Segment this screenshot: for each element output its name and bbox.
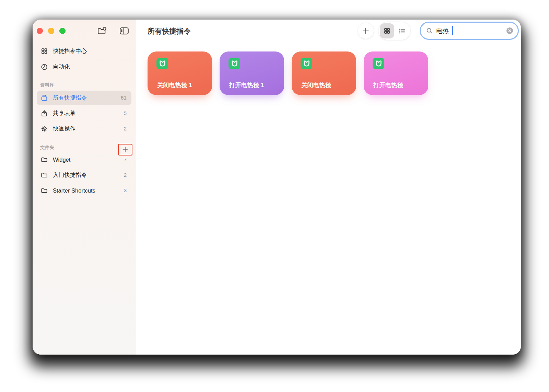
toggle-sidebar-button[interactable] — [118, 25, 130, 36]
main-content: 所有快捷指令 — [136, 20, 521, 355]
mijia-app-icon — [373, 58, 384, 69]
sidebar-item-folder-starter-shortcuts[interactable]: Starter Shortcuts 3 — [37, 183, 131, 198]
search-input[interactable]: 电热 — [420, 22, 519, 40]
mijia-app-icon — [229, 58, 240, 69]
grid-2x2-icon — [40, 47, 48, 55]
sidebar-item-label: 快速操作 — [53, 125, 119, 132]
search-query-text: 电热 — [436, 26, 449, 35]
list-view-icon — [398, 27, 406, 35]
page-title: 所有快捷指令 — [148, 26, 191, 36]
item-count: 2 — [124, 126, 127, 132]
plus-icon — [122, 146, 129, 153]
shortcut-card-open-blanket[interactable]: 打开电热毯 — [364, 51, 428, 95]
sidebar-item-label: 共享表单 — [53, 109, 119, 117]
zoom-window-button[interactable] — [59, 28, 66, 34]
folders-section-header: 文件夹 — [40, 145, 54, 151]
item-count: 5 — [124, 110, 127, 116]
sidebar-item-label: 快捷指令中心 — [53, 47, 127, 55]
shortcuts-grid: 关闭电热毯 1 打开电热毯 1 — [148, 51, 428, 95]
new-folder-button[interactable] — [96, 25, 108, 36]
gear-icon — [40, 125, 48, 133]
sidebar-item-label: Widget — [53, 157, 119, 163]
shortcut-name: 打开电热毯 1 — [229, 81, 264, 89]
sidebar-item-label: 所有快捷指令 — [53, 94, 116, 102]
shortcut-name: 关闭电热毯 1 — [157, 81, 192, 89]
sidebar-item-shortcuts-center[interactable]: 快捷指令中心 — [37, 44, 131, 58]
item-count: 7 — [124, 157, 127, 163]
sidebar-item-quick-actions[interactable]: 快速操作 2 — [37, 122, 131, 136]
clear-search-button[interactable] — [506, 27, 513, 34]
minimize-window-button[interactable] — [48, 28, 54, 34]
folder-icon — [40, 171, 48, 179]
shortcut-card-open-blanket-1[interactable]: 打开电热毯 1 — [220, 51, 284, 95]
item-count: 2 — [124, 172, 127, 178]
sidebar-toggle-icon — [119, 26, 129, 35]
item-count: 61 — [121, 95, 127, 101]
new-folder-icon — [97, 26, 107, 36]
shortcut-card-close-blanket-1[interactable]: 关闭电热毯 1 — [148, 51, 212, 95]
text-caret — [452, 26, 453, 35]
sidebar-item-label: Starter Shortcuts — [53, 187, 119, 194]
sidebar-item-label: 入门快捷指令 — [53, 171, 119, 179]
shortcut-name: 关闭电热毯 — [301, 81, 331, 89]
view-mode-segmented-control — [378, 22, 410, 40]
folder-icon — [40, 155, 48, 164]
sidebar-item-share-sheet[interactable]: 共享表单 5 — [37, 106, 131, 120]
grid-view-icon — [383, 27, 391, 35]
sidebar-item-all-shortcuts[interactable]: 所有快捷指令 61 — [37, 91, 131, 105]
sidebar-item-automation[interactable]: 自动化 — [37, 60, 131, 74]
window-controls — [37, 28, 66, 34]
sidebar-item-label: 自动化 — [53, 63, 127, 71]
mijia-app-icon — [301, 58, 312, 69]
grid-view-button[interactable] — [380, 23, 394, 38]
close-window-button[interactable] — [37, 28, 43, 34]
clear-icon — [506, 27, 513, 34]
list-view-button[interactable] — [395, 23, 409, 38]
item-count: 3 — [124, 187, 127, 194]
shortcut-name: 打开电热毯 — [373, 81, 404, 89]
search-icon — [426, 27, 433, 34]
shortcut-card-close-blanket[interactable]: 关闭电热毯 — [292, 51, 356, 95]
all-shortcuts-tray-icon — [40, 94, 48, 102]
desktop: 快捷指令中心 自动化 资料库 所有快捷指令 — [0, 0, 549, 392]
shortcuts-app-window: 快捷指令中心 自动化 资料库 所有快捷指令 — [33, 20, 521, 355]
sidebar: 快捷指令中心 自动化 资料库 所有快捷指令 — [33, 20, 136, 355]
library-section-header: 资料库 — [40, 82, 54, 88]
folder-icon — [40, 186, 48, 195]
mijia-app-icon — [156, 58, 168, 69]
plus-icon — [362, 27, 370, 35]
sidebar-item-folder-starter-cn[interactable]: 入门快捷指令 2 — [37, 168, 131, 182]
clock-icon — [40, 63, 48, 71]
new-shortcut-button[interactable] — [358, 23, 374, 39]
share-icon — [40, 109, 48, 117]
sidebar-item-folder-widget[interactable]: Widget 7 — [37, 152, 131, 167]
